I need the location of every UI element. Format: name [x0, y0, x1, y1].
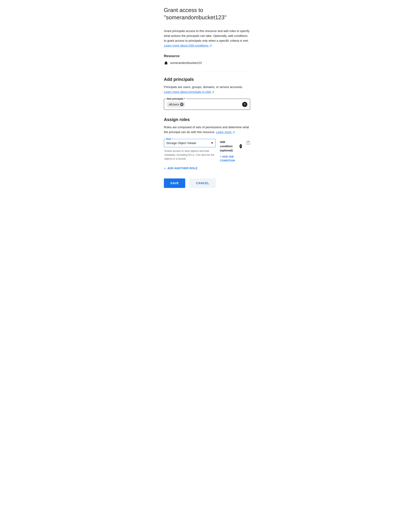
role-row: Role * Storage Object Viewer Grants acce… — [164, 139, 250, 162]
actions-row: SAVE CANCEL — [164, 179, 250, 188]
principals-description: Principals are users, groups, domains, o… — [164, 85, 250, 95]
description-text: Grant principals access to this resource… — [164, 29, 250, 48]
principals-field-inner: allUsers ✕ ? — [167, 102, 247, 107]
external-link-icon — [210, 45, 212, 47]
iam-condition-header: IAM condition (optional) ? — [220, 140, 242, 152]
bucket-icon — [164, 61, 168, 65]
resource-label: Resource — [164, 53, 250, 58]
role-description: Grants access to view objects and their … — [164, 149, 216, 161]
add-another-role-link[interactable]: + ADD ANOTHER ROLE — [164, 166, 250, 171]
iam-condition-label: IAM condition (optional) — [220, 140, 238, 152]
save-button[interactable]: SAVE — [164, 179, 185, 188]
add-role-text: ADD ANOTHER ROLE — [167, 166, 198, 170]
add-iam-condition-link[interactable]: + ADD IAM CONDITION — [220, 155, 242, 162]
dropdown-arrow-icon — [211, 142, 213, 144]
add-principals-title: Add principals — [164, 76, 250, 83]
add-role-plus: + — [164, 166, 166, 171]
cancel-button[interactable]: CANCEL — [190, 179, 216, 188]
role-field[interactable]: Role * Storage Object Viewer — [164, 139, 216, 147]
page-title: Grant access to "somerandombucket123" — [164, 7, 250, 24]
iam-conditions-link[interactable]: Learn more about IAM conditions — [164, 44, 212, 47]
principals-external-link-icon — [212, 91, 214, 93]
roles-external-link-icon — [233, 131, 235, 133]
principals-help-icon[interactable]: ? — [242, 102, 247, 107]
iam-condition-container: IAM condition (optional) ? + ADD IAM CON… — [220, 139, 242, 162]
chip-remove-button[interactable]: ✕ — [180, 103, 183, 106]
role-field-label: Role * — [165, 137, 173, 141]
new-principals-label: New principals * — [166, 97, 186, 101]
page-container: Grant access to "somerandombucket123" Gr… — [155, 0, 259, 532]
resource-name: somerandombucket123 — [170, 61, 202, 65]
svg-line-0 — [211, 45, 212, 46]
principals-learn-more-link[interactable]: Learn more about principals in IAM — [164, 90, 214, 94]
chip-label: allUsers — [169, 102, 179, 107]
add-condition-text: + ADD IAM CONDITION — [220, 155, 242, 162]
svg-rect-6 — [247, 142, 250, 144]
assign-roles-section: Assign roles Roles are composed of sets … — [164, 116, 250, 171]
resource-item: somerandombucket123 — [164, 61, 250, 65]
iam-condition-help-icon[interactable]: ? — [240, 144, 242, 148]
roles-learn-more-link[interactable]: Learn more — [216, 130, 235, 134]
svg-line-5 — [234, 131, 235, 133]
add-principals-section: Add principals Principals are users, gro… — [164, 76, 250, 110]
roles-description: Roles are composed of sets of permission… — [164, 125, 250, 135]
assign-roles-title: Assign roles — [164, 116, 250, 123]
svg-line-4 — [213, 91, 214, 92]
all-users-chip: allUsers ✕ — [167, 102, 185, 107]
description-body: Grant principals access to this resource… — [164, 29, 250, 42]
role-dropdown-container: Role * Storage Object Viewer Grants acce… — [164, 139, 216, 161]
svg-rect-3 — [165, 62, 167, 62]
svg-rect-1 — [165, 62, 167, 65]
new-principals-field[interactable]: New principals * allUsers ✕ ? — [164, 99, 250, 110]
role-select[interactable]: Storage Object Viewer — [166, 141, 213, 145]
selected-role: Storage Object Viewer — [166, 141, 196, 145]
section-divider-1 — [164, 72, 250, 72]
delete-role-button[interactable] — [246, 139, 250, 146]
resource-section: Resource somerandombucket123 — [164, 53, 250, 65]
